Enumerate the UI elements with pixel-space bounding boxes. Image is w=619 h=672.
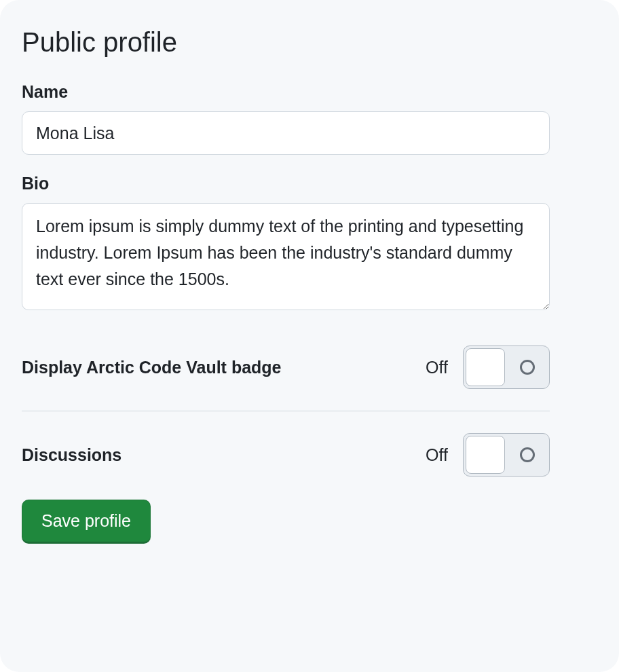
circle-off-icon <box>520 447 535 462</box>
toggle-off-indicator <box>506 434 549 476</box>
discussions-row: Discussions Off <box>22 433 550 477</box>
name-label: Name <box>22 82 597 102</box>
toggle-knob <box>466 436 505 474</box>
save-profile-button[interactable]: Save profile <box>22 500 151 544</box>
bio-field-group: Bio Lorem ipsum is simply dummy text of … <box>22 174 597 313</box>
name-input[interactable] <box>22 111 550 155</box>
discussions-label: Discussions <box>22 445 121 465</box>
bio-textarea[interactable]: Lorem ipsum is simply dummy text of the … <box>22 203 550 310</box>
discussions-toggle[interactable] <box>463 433 550 477</box>
arctic-badge-toggle[interactable] <box>463 346 550 389</box>
discussions-control: Off <box>426 433 550 477</box>
arctic-badge-label: Display Arctic Code Vault badge <box>22 358 282 377</box>
profile-settings-panel: Public profile Name Bio Lorem ipsum is s… <box>0 0 619 672</box>
divider <box>22 411 550 411</box>
arctic-badge-status: Off <box>426 358 448 377</box>
arctic-badge-control: Off <box>426 346 550 389</box>
page-title: Public profile <box>22 27 597 58</box>
discussions-status: Off <box>426 445 448 465</box>
arctic-badge-row: Display Arctic Code Vault badge Off <box>22 346 550 389</box>
bio-label: Bio <box>22 174 597 193</box>
circle-off-icon <box>520 360 535 375</box>
name-field-group: Name <box>22 82 597 155</box>
toggle-section: Display Arctic Code Vault badge Off Disc… <box>22 346 550 477</box>
toggle-off-indicator <box>506 346 549 388</box>
toggle-knob <box>466 348 505 386</box>
